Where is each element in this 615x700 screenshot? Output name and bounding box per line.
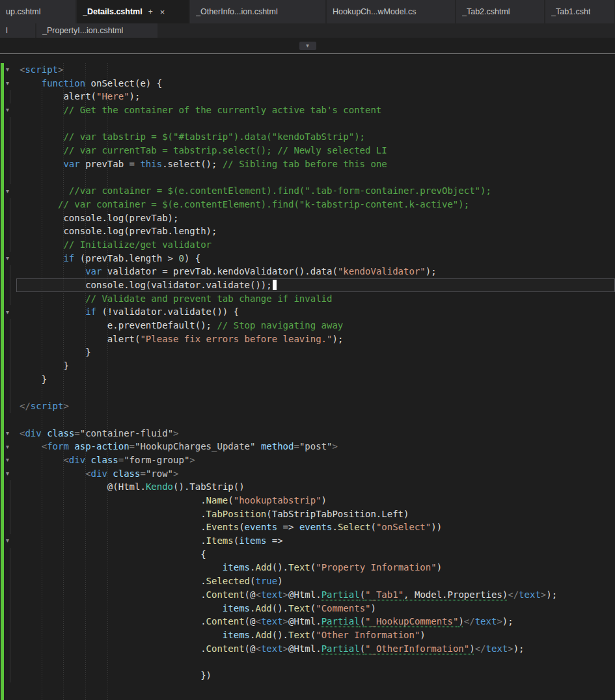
code-line[interactable] (0, 655, 615, 669)
fold-guide-line (10, 90, 10, 103)
code-editor[interactable]: ▾<script>▾function onSelect(e) {alert("H… (0, 54, 615, 700)
code-text: .Name("hookuptabstrip") (20, 494, 327, 507)
code-text: <script> (20, 63, 63, 77)
code-line[interactable]: items.Add().Text("Comments") (0, 602, 615, 615)
code-line[interactable] (0, 171, 615, 185)
code-line[interactable]: ▾function onSelect(e) { (0, 77, 615, 90)
code-line[interactable]: console.log(prevTab); (0, 211, 615, 225)
fold-guide-line (10, 359, 10, 373)
fold-chevron-icon[interactable]: ▾ (6, 470, 9, 477)
code-line[interactable]: .Events(events => events.Select("onSelec… (0, 520, 615, 534)
code-text: items.Add().Text("Property Information") (20, 561, 442, 574)
code-line[interactable] (0, 413, 615, 427)
code-line[interactable]: </script> (0, 399, 615, 413)
code-text: // var currentTab = tabstrip.select(); /… (20, 144, 387, 157)
fold-guide-line (10, 588, 10, 602)
code-line[interactable]: }) (0, 669, 615, 682)
code-line[interactable]: console.log(validator.validate()); (0, 278, 615, 292)
code-line[interactable]: ▾<div class="row"> (0, 467, 615, 481)
code-line[interactable]: .Content(@<text>@Html.Partial("_HookupCo… (0, 615, 615, 628)
tab-details-cshtml[interactable]: _Details.cshtml+× (77, 0, 189, 23)
code-line[interactable]: alert("Here"); (0, 90, 615, 103)
code-line[interactable]: // var tabstrip = $("#tabstrip").data("k… (0, 130, 615, 144)
fold-guide-line (10, 642, 10, 656)
code-line[interactable]: } (0, 359, 615, 373)
code-text: .Content(@<text>@Html.Partial("_Tab1", M… (20, 588, 557, 602)
code-text: } (20, 345, 91, 359)
code-line[interactable]: // var currentTab = tabstrip.select(); /… (0, 144, 615, 157)
code-line[interactable]: .Content(@<text>@Html.Partial("_OtherInf… (0, 642, 615, 656)
code-line[interactable]: // Initialize/get validator (0, 238, 615, 252)
code-text: .Content(@<text>@Html.Partial("_HookupCo… (20, 615, 513, 628)
change-tracking-bar (1, 63, 4, 700)
fold-guide-line (10, 238, 10, 252)
pin-icon[interactable]: + (148, 7, 153, 16)
code-lines: ▾<script>▾function onSelect(e) {alert("H… (0, 63, 615, 682)
dropdown-button[interactable]: ▾ (299, 42, 316, 50)
fold-guide-line (10, 144, 10, 157)
fold-chevron-icon[interactable]: ▾ (6, 537, 9, 544)
fold-chevron-icon[interactable]: ▾ (6, 430, 9, 437)
code-line[interactable]: ▾//var container = $(e.contentElement).f… (0, 184, 615, 198)
code-line[interactable]: console.log(prevTab.length); (0, 224, 615, 238)
code-line[interactable]: ▾if (prevTab.length > 0) { (0, 252, 615, 265)
code-line[interactable]: items.Add().Text("Other Information") (0, 628, 615, 642)
code-line[interactable]: ▾// Get the container of the currently a… (0, 103, 615, 117)
fold-guide-line (10, 480, 10, 494)
tab-propertyinformation-cshtml[interactable]: _PropertyI...ion.cshtml (36, 23, 157, 38)
code-line[interactable]: .Content(@<text>@Html.Partial("_Tab1", M… (0, 588, 615, 602)
code-line[interactable]: } (0, 345, 615, 359)
tab-tab2-cshtml[interactable]: _Tab2.cshtml (456, 0, 544, 23)
code-line[interactable]: // Validate and prevent tab change if in… (0, 292, 615, 306)
code-line[interactable]: // var container = $(e.contentElement).f… (0, 198, 615, 211)
code-line[interactable]: } (0, 373, 615, 386)
code-line[interactable]: .Name("hookuptabstrip") (0, 494, 615, 507)
code-text: // Validate and prevent tab change if in… (20, 292, 332, 306)
fold-chevron-icon[interactable]: ▾ (6, 107, 9, 113)
fold-guide-line (10, 117, 10, 131)
code-line[interactable]: ▾<div class="container-fluid"> (0, 427, 615, 440)
code-text: .Selected(true) (20, 574, 283, 588)
code-line[interactable] (0, 386, 615, 400)
fold-chevron-icon[interactable]: ▾ (6, 309, 9, 316)
code-line[interactable]: var prevTab = this.select(); // Sibling … (0, 157, 615, 171)
code-line[interactable]: ▾.Items(items => (0, 534, 615, 548)
code-line[interactable]: ▾<div class="form-group"> (0, 453, 615, 467)
code-line[interactable]: @(Html.Kendo().TabStrip() (0, 480, 615, 494)
code-line[interactable]: ▾<script> (0, 63, 615, 77)
code-text: @(Html.Kendo().TabStrip() (20, 480, 245, 494)
code-text: // var container = $(e.contentElement).f… (20, 198, 469, 211)
fold-guide-line (10, 292, 10, 306)
fold-chevron-icon[interactable]: ▾ (6, 444, 9, 450)
fold-chevron-icon[interactable]: ▾ (6, 80, 9, 87)
tab-hookup-cshtml[interactable]: up.cshtml (0, 0, 75, 23)
fold-chevron-icon[interactable]: ▾ (6, 66, 9, 73)
code-line[interactable]: { (0, 548, 615, 561)
code-text: .Content(@<text>@Html.Partial("_OtherInf… (20, 642, 525, 656)
code-line[interactable]: e.preventDefault(); // Stop navigating a… (0, 319, 615, 332)
code-line[interactable]: var validator = prevTab.kendoValidator()… (0, 265, 615, 278)
code-line[interactable]: items.Add().Text("Property Information") (0, 561, 615, 574)
fold-guide-line (10, 345, 10, 359)
navigation-bar: ▾ (0, 38, 615, 54)
code-line[interactable] (0, 117, 615, 131)
close-icon[interactable]: × (160, 7, 165, 17)
code-line[interactable]: ▾if (!validator.validate()) { (0, 305, 615, 319)
code-text: if (prevTab.length > 0) { (20, 252, 200, 265)
code-text: <div class="form-group"> (20, 453, 195, 467)
code-line[interactable]: .TabPosition(TabStripTabPosition.Left) (0, 507, 615, 521)
fold-guide-line (10, 615, 10, 628)
tab-label: HookupCh...wModel.cs (333, 7, 417, 16)
fold-guide-line (10, 507, 10, 521)
tab-otherinformation-cshtml[interactable]: _OtherInfo...ion.cshtml (190, 0, 325, 23)
tab-hookup-viewmodel-cs[interactable]: HookupCh...wModel.cs (327, 0, 455, 23)
fold-chevron-icon[interactable]: ▾ (6, 255, 9, 262)
tab-tab1-cshtml[interactable]: _Tab1.csht (545, 0, 614, 23)
fold-chevron-icon[interactable]: ▾ (6, 457, 9, 463)
code-text: .Items(items => (20, 534, 283, 548)
code-line[interactable]: .Selected(true) (0, 574, 615, 588)
code-line[interactable]: alert("Please fix errors before leaving.… (0, 332, 615, 346)
fold-chevron-icon[interactable]: ▾ (6, 188, 9, 195)
code-line[interactable]: ▾<form asp-action="HookupCharges_Update"… (0, 440, 615, 453)
tab-truncated-stub[interactable]: l (0, 23, 35, 38)
